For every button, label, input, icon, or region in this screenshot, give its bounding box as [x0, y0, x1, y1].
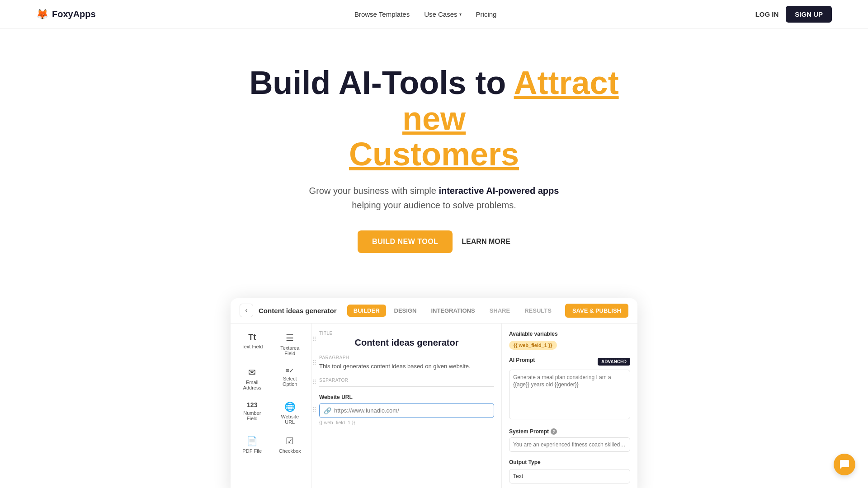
- textarea-field-icon: ☰: [286, 333, 294, 343]
- demo-body: Tt Text Field ☰ Textarea Field ✉ Email A…: [231, 324, 637, 488]
- login-button[interactable]: LOG IN: [755, 10, 779, 18]
- select-option-label: Select Option: [276, 376, 305, 387]
- separator-label: Separator: [319, 378, 494, 383]
- variable-badge: {{ web_field_1 }}: [509, 341, 557, 350]
- fields-row-4: 📄 PDF File ☑ Checkbox: [234, 432, 308, 457]
- field-website-url[interactable]: 🌐 Website URL: [272, 398, 308, 428]
- output-type-label: Output Type: [509, 459, 630, 465]
- nav-links: Browse Templates Use Cases ▾ Pricing: [354, 10, 497, 18]
- build-new-tool-button[interactable]: BUILD NEW TOOL: [358, 230, 453, 253]
- available-variables-label: Available variables: [509, 331, 630, 337]
- nav-use-cases[interactable]: Use Cases ▾: [424, 10, 461, 18]
- website-url-label: Website URL: [276, 414, 305, 425]
- separator-line: [319, 386, 494, 387]
- drag-handle-paragraph[interactable]: ⠿: [312, 359, 316, 366]
- logo[interactable]: 🦊 FoxyApps: [36, 9, 96, 20]
- website-url-block: ⠿ Website URL 🔗 {{ web_field_1 }}: [319, 394, 494, 425]
- info-icon: ?: [551, 428, 557, 435]
- demo-back-button[interactable]: ‹: [240, 304, 253, 317]
- save-publish-button[interactable]: SAVE & PUBLISH: [565, 304, 628, 318]
- title-block-label: Title: [319, 331, 494, 336]
- paragraph-block: ⠿ Paragraph This tool generates content …: [319, 355, 494, 371]
- fields-row-3: 123 Number Field 🌐 Website URL: [234, 398, 308, 428]
- paragraph-block-label: Paragraph: [319, 355, 494, 360]
- tab-integrations[interactable]: INTEGRATIONS: [425, 305, 481, 317]
- demo-left-panel: Tt Text Field ☰ Textarea Field ✉ Email A…: [231, 324, 312, 488]
- output-type-section: Output Type Text: [509, 459, 630, 483]
- chevron-down-icon: ▾: [459, 12, 462, 17]
- logo-text: FoxyApps: [52, 9, 96, 19]
- demo-tabs: BUILDER DESIGN INTEGRATIONS SHARE RESULT…: [347, 305, 558, 317]
- url-icon: 🔗: [324, 407, 331, 414]
- tab-design[interactable]: DESIGN: [388, 305, 423, 317]
- field-number-field[interactable]: 123 Number Field: [234, 398, 270, 428]
- hero-heading: Build AI-Tools to Attract new Customers: [231, 65, 637, 173]
- fields-row-1: Tt Text Field ☰ Textarea Field: [234, 329, 308, 360]
- ai-prompt-textarea[interactable]: [509, 370, 630, 419]
- number-field-icon: 123: [247, 401, 257, 408]
- tab-builder[interactable]: BUILDER: [347, 305, 386, 317]
- demo-right-panel: Available variables {{ web_field_1 }} AI…: [502, 324, 637, 488]
- drag-handle-title[interactable]: ⠿: [312, 336, 316, 343]
- nav-use-cases-label: Use Cases: [424, 10, 457, 18]
- hero-section: Build AI-Tools to Attract new Customers …: [0, 29, 868, 280]
- title-block: ⠿ Title Content ideas generator: [319, 331, 494, 348]
- field-email-address[interactable]: ✉ Email Address: [234, 363, 270, 394]
- url-input-wrapper: 🔗: [319, 403, 494, 418]
- tab-results: RESULTS: [518, 305, 558, 317]
- number-field-label: Number Field: [238, 410, 267, 421]
- output-type-select[interactable]: Text: [509, 469, 630, 483]
- chat-bubble[interactable]: [834, 454, 855, 475]
- tab-share: SHARE: [483, 305, 517, 317]
- ai-prompt-section: AI Prompt ADVANCED: [509, 357, 630, 421]
- separator-block: ⠿ Separator: [319, 378, 494, 387]
- hero-subtitle-bold: interactive AI-powered apps: [439, 186, 559, 196]
- text-field-icon: Tt: [248, 333, 256, 342]
- checkbox-label: Checkbox: [279, 448, 301, 454]
- drag-handle-url[interactable]: ⠿: [312, 406, 316, 413]
- signup-button[interactable]: SIGN UP: [786, 6, 832, 23]
- field-textarea-field[interactable]: ☰ Textarea Field: [272, 329, 308, 360]
- textarea-field-label: Textarea Field: [276, 345, 305, 356]
- chat-icon: [839, 459, 850, 470]
- title-block-content: Content ideas generator: [319, 338, 494, 348]
- hero-line2-highlight: Customers: [349, 136, 519, 172]
- field-checkbox[interactable]: ☑ Checkbox: [272, 432, 308, 457]
- system-prompt-input[interactable]: [509, 437, 630, 452]
- email-icon: ✉: [248, 367, 256, 378]
- demo-header: ‹ Content ideas generator BUILDER DESIGN…: [231, 298, 637, 324]
- url-variable: {{ web_field_1 }}: [319, 420, 494, 425]
- demo-tool-title: Content ideas generator: [259, 307, 347, 314]
- learn-more-button[interactable]: LEARN MORE: [462, 238, 510, 246]
- demo-center-panel: ⠿ Title Content ideas generator ⠿ Paragr…: [312, 324, 502, 488]
- pdf-file-label: PDF File: [242, 448, 262, 454]
- website-url-block-label: Website URL: [319, 394, 494, 400]
- nav-browse-templates[interactable]: Browse Templates: [354, 10, 410, 18]
- hero-actions: BUILD NEW TOOL LEARN MORE: [18, 230, 850, 253]
- prompt-header: AI Prompt ADVANCED: [509, 357, 630, 367]
- field-select-option[interactable]: ≡✓ Select Option: [272, 363, 308, 394]
- system-prompt-label: System Prompt ?: [509, 428, 630, 435]
- system-prompt-label-text: System Prompt: [509, 428, 549, 435]
- nav-pricing[interactable]: Pricing: [476, 10, 497, 18]
- ai-prompt-label: AI Prompt: [509, 357, 535, 363]
- select-option-icon: ≡✓: [285, 367, 294, 374]
- field-text-field[interactable]: Tt Text Field: [234, 329, 270, 360]
- logo-icon: 🦊: [36, 9, 48, 20]
- field-pdf-file[interactable]: 📄 PDF File: [234, 432, 270, 457]
- navbar: 🦊 FoxyApps Browse Templates Use Cases ▾ …: [0, 0, 868, 29]
- pdf-file-icon: 📄: [246, 436, 258, 446]
- advanced-badge: ADVANCED: [598, 358, 630, 366]
- nav-actions: LOG IN SIGN UP: [755, 6, 832, 23]
- checkbox-icon: ☑: [286, 436, 294, 446]
- available-variables-section: Available variables {{ web_field_1 }}: [509, 331, 630, 350]
- website-url-icon: 🌐: [284, 401, 296, 412]
- text-field-label: Text Field: [241, 344, 263, 349]
- url-input[interactable]: [319, 403, 494, 418]
- demo-widget: ‹ Content ideas generator BUILDER DESIGN…: [231, 298, 637, 488]
- hero-subtitle: Grow your business with simple interacti…: [298, 183, 570, 212]
- hero-line1: Build AI-Tools to: [249, 65, 514, 101]
- drag-handle-separator[interactable]: ⠿: [312, 379, 316, 386]
- hero-subtitle-normal: Grow your business with simple: [309, 186, 439, 196]
- email-field-label: Email Address: [238, 380, 267, 390]
